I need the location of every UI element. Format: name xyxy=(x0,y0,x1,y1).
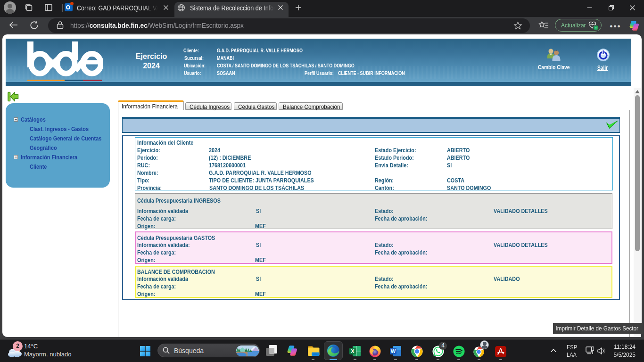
svg-text:W: W xyxy=(391,348,396,354)
svg-text:X: X xyxy=(351,348,355,354)
